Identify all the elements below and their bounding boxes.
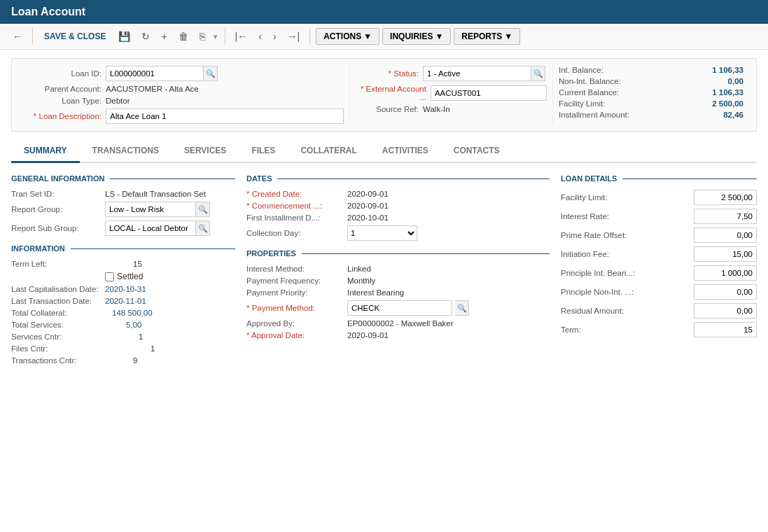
tab-files[interactable]: FILES [239,140,288,163]
tran-set-id-row: Tran Set ID: LS - Default Transaction Se… [11,190,235,198]
undo-button[interactable]: ↻ [137,28,154,45]
tabs: SUMMARY TRANSACTIONS SERVICES FILES COLL… [11,140,757,163]
report-group-row: Report Group: 🔍 [11,202,235,217]
separator-2 [225,28,225,45]
loan-id-search-icon[interactable]: 🔍 [204,66,218,81]
facility-limit-header-row: Facility Limit: 2 500,00 [559,99,743,108]
last-cap-date-value: 2020-10-31 [105,285,146,293]
main-content: Loan ID: 🔍 Parent Account: AACUSTOMER - … [0,50,768,377]
add-button[interactable]: + [157,28,171,45]
services-cntr-value: 1 [139,332,143,341]
residual-amount-label: Residual Amount: [561,307,624,315]
right-column: LOAN DETAILS Facility Limit: Interest Ra… [561,174,757,368]
properties-section-title: PROPERTIES [246,249,550,258]
inquiries-button[interactable]: INQUIRIES ▼ [382,28,451,45]
total-collateral-value: 148 500,00 [112,309,153,317]
parent-account-value: AACUSTOMER - Alta Ace [106,85,199,93]
report-group-label: Report Group: [11,205,102,214]
payment-method-input[interactable] [347,300,452,316]
loan-details-section-title: LOAN DETAILS [561,174,757,183]
loan-id-input[interactable] [106,66,204,81]
loan-detail-facility-limit-input[interactable] [694,190,757,205]
initiation-fee-row: Initiation Fee: [561,246,757,262]
settled-checkbox[interactable] [105,272,114,281]
commencement-label: * Commencement ...: [246,202,344,210]
settled-label: Settled [117,272,143,281]
copy-dropdown[interactable]: ▼ [212,33,219,41]
report-sub-group-search-icon[interactable]: 🔍 [196,220,210,236]
initiation-fee-label: Initiation Fee: [561,250,609,258]
report-sub-group-input[interactable] [105,220,196,236]
initiation-fee-input[interactable] [694,246,757,262]
payment-method-search-icon[interactable]: 🔍 [455,300,469,316]
status-input[interactable] [423,66,531,81]
loan-description-input[interactable] [106,108,344,124]
tab-collateral[interactable]: COLLATERAL [288,140,369,163]
source-ref-row: Source Ref: Walk-In [356,105,547,113]
principle-int-row: Principle Int. Beari...: [561,265,757,281]
tab-summary[interactable]: SUMMARY [11,140,80,163]
collection-day-row: Collection Day: 1 [246,225,550,241]
interest-rate-input[interactable] [694,209,757,224]
tab-contacts[interactable]: CONTACTS [441,140,512,163]
next-record-button[interactable]: › [269,28,281,45]
residual-amount-input[interactable] [694,303,757,318]
transactions-cntr-value: 9 [133,356,137,365]
actions-label: ACTIONS [323,31,361,41]
delete-button[interactable]: 🗑 [174,28,193,45]
report-group-search-icon[interactable]: 🔍 [196,202,210,217]
reports-button[interactable]: REPORTS ▼ [454,28,520,45]
principle-non-int-input[interactable] [694,284,757,300]
files-cntr-label: Files Cntr: [11,344,102,353]
loan-detail-term-label: Term: [561,326,581,334]
loan-type-row: Loan Type: Debtor [25,97,344,105]
external-account-input[interactable] [431,85,547,101]
reports-label: REPORTS [461,31,502,41]
principle-int-input[interactable] [694,265,757,281]
payment-frequency-row: Payment Frequency: Monthly [246,276,550,285]
status-search-icon[interactable]: 🔍 [531,66,545,81]
created-date-value: 2020-09-01 [347,190,389,198]
tab-transactions[interactable]: TRANSACTIONS [80,140,172,163]
payment-priority-label: Payment Priority: [246,288,344,297]
loan-type-value: Debtor [106,97,130,105]
loan-id-row: Loan ID: 🔍 [25,66,344,81]
toolbar: ← SAVE & CLOSE 💾 ↻ + 🗑 ⎘ ▼ |← ‹ › →| ACT… [0,24,768,50]
report-sub-group-field: 🔍 [105,220,210,236]
separator-1 [32,28,33,45]
payment-method-label: * Payment Method: [246,304,344,312]
current-balance-label: Current Balance: [559,88,619,97]
facility-limit-header-label: Facility Limit: [559,99,605,108]
tab-activities[interactable]: ACTIVITIES [370,140,441,163]
header-fields: Loan ID: 🔍 Parent Account: AACUSTOMER - … [11,58,757,132]
last-trans-date-label: Last Transaction Date: [11,297,102,305]
total-services-label: Total Services: [11,321,102,329]
tran-set-id-value: LS - Default Transaction Set [105,190,206,198]
payment-frequency-label: Payment Frequency: [246,276,344,285]
external-account-label: * External Account ... [356,85,426,102]
copy-button[interactable]: ⎘ [195,28,209,45]
information-section-title: INFORMATION [11,244,235,253]
first-record-button[interactable]: |← [231,28,252,45]
back-button[interactable]: ← [8,28,27,45]
tab-services[interactable]: SERVICES [172,140,239,163]
total-services-row: Total Services: 5,00 [11,321,235,329]
prime-rate-offset-input[interactable] [694,227,757,243]
app-header: Loan Account [0,0,768,24]
interest-method-value: Linked [347,265,371,273]
first-installment-label: First Installment D...: [246,214,344,222]
tran-set-id-label: Tran Set ID: [11,190,102,198]
int-balance-row: Int. Balance: 1 106,33 [559,66,743,74]
save-close-button[interactable]: SAVE & CLOSE [39,29,111,44]
report-group-input[interactable] [105,202,196,217]
prev-record-button[interactable]: ‹ [254,28,266,45]
save-icon-button[interactable]: 💾 [114,28,134,45]
collection-day-select[interactable]: 1 [347,225,417,241]
total-services-value: 5,00 [126,321,141,329]
actions-button[interactable]: ACTIONS ▼ [316,28,379,45]
transactions-cntr-label: Transactions Cntr: [11,356,102,365]
inquiries-chevron: ▼ [435,31,443,41]
last-trans-date-row: Last Transaction Date: 2020-11-01 [11,297,235,305]
loan-detail-term-input[interactable] [694,322,757,337]
last-record-button[interactable]: →| [284,28,305,45]
